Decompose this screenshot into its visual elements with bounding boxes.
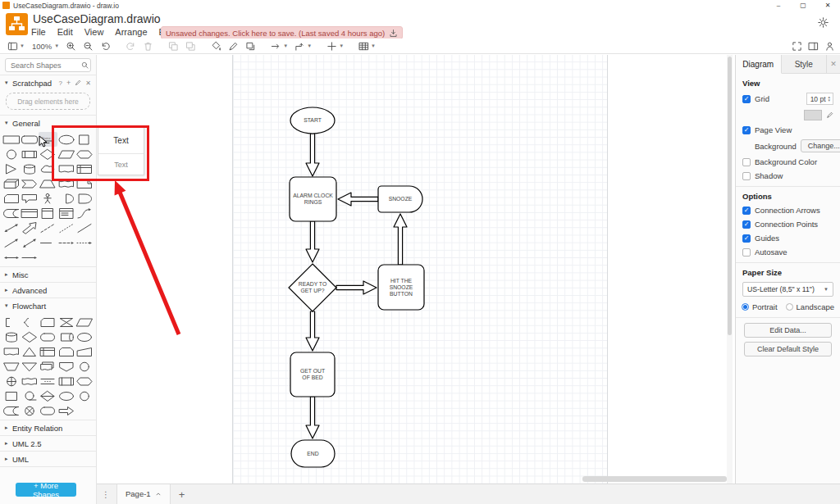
zoom-level-dropdown[interactable]: 100%▼ <box>29 39 62 52</box>
shape-fc-card[interactable] <box>39 315 57 329</box>
shape-data-storage[interactable] <box>2 206 21 220</box>
shape-vertical-container[interactable] <box>39 206 57 220</box>
insert-icon[interactable]: ▼ <box>324 39 346 52</box>
section-uml25[interactable]: ▸ UML 2.5 <box>0 436 96 451</box>
shape-arrow-line[interactable] <box>2 235 21 250</box>
page-view-checkbox[interactable]: ✓ <box>742 126 751 134</box>
shape-fc-decision[interactable] <box>21 329 39 344</box>
shape-fc-manual-op[interactable] <box>2 359 21 374</box>
shape-rectangle[interactable] <box>2 132 21 147</box>
pages-menu-icon[interactable]: ⋮ <box>102 490 110 499</box>
search-input[interactable] <box>9 61 81 70</box>
section-uml[interactable]: ▸ UML <box>0 452 96 466</box>
shape-cube[interactable] <box>2 176 21 191</box>
paper-size-select[interactable]: US-Letter (8,5" x 11") ▼ <box>742 282 833 297</box>
grid-color-swatch[interactable] <box>804 110 822 120</box>
shape-fc-or[interactable] <box>2 374 21 388</box>
tab-style[interactable]: Style <box>782 55 828 73</box>
scratchpad-drop-area[interactable]: Drag elements here <box>6 93 90 110</box>
edit-icon[interactable] <box>75 79 81 86</box>
search-icon[interactable] <box>81 61 89 69</box>
node-end[interactable]: END <box>291 440 335 467</box>
shape-cloud[interactable] <box>39 161 57 176</box>
undo-icon[interactable] <box>98 39 113 52</box>
add-page-icon[interactable]: + <box>179 488 185 501</box>
fullscreen-icon[interactable] <box>792 41 802 52</box>
grid-size-stepper[interactable]: 10 pt ▲▼ <box>806 93 833 105</box>
shape-container[interactable] <box>21 206 39 220</box>
landscape-radio[interactable] <box>786 303 793 311</box>
shape-diamond[interactable] <box>39 147 57 161</box>
shape-fc-terminator[interactable] <box>39 403 57 418</box>
share-icon[interactable] <box>824 41 835 52</box>
shape-fc-direct-data[interactable] <box>39 329 57 344</box>
search-shapes-box[interactable] <box>5 58 91 72</box>
shape-fc-internal[interactable] <box>39 344 57 359</box>
background-color-checkbox[interactable] <box>742 158 751 166</box>
shape-double-arrow-edge[interactable] <box>2 250 21 265</box>
shape-fc-preparation[interactable] <box>75 374 94 388</box>
shape-fc-connector[interactable] <box>75 359 94 374</box>
shape-arrow-edge[interactable] <box>21 250 39 265</box>
menu-edit[interactable]: Edit <box>57 27 73 37</box>
guides-checkbox[interactable]: ✓ <box>742 234 751 243</box>
flow-arrow-4[interactable] <box>306 221 319 262</box>
shape-document[interactable] <box>57 161 75 176</box>
shape-callout[interactable] <box>21 191 39 206</box>
shape-fc-circle[interactable] <box>75 388 94 403</box>
shape-fc-predefined[interactable] <box>57 374 75 388</box>
edit-style-icon[interactable] <box>226 39 241 52</box>
shape-dotted-line[interactable] <box>57 220 75 235</box>
shape-fc-sequential[interactable] <box>21 388 39 403</box>
shape-parallelogram[interactable] <box>57 147 75 161</box>
close-icon[interactable]: ✕ <box>85 79 91 87</box>
connection-arrows-checkbox[interactable]: ✓ <box>742 207 751 215</box>
shape-circle[interactable] <box>2 147 21 161</box>
shape-diagonal-arrow[interactable] <box>21 220 39 235</box>
table-icon[interactable]: ▼ <box>356 39 378 52</box>
node-start[interactable]: START <box>290 107 335 134</box>
edit-color-pencil-icon[interactable] <box>826 111 833 119</box>
shape-note[interactable] <box>75 176 94 191</box>
menu-arrange[interactable]: Arrange <box>115 27 147 37</box>
waypoint-style-icon[interactable]: ▼ <box>292 39 314 52</box>
shape-hexagon[interactable] <box>75 147 94 161</box>
close-button[interactable]: ✕ <box>815 0 840 11</box>
shape-fc-manual-input[interactable] <box>75 344 94 359</box>
menu-view[interactable]: View <box>84 27 104 37</box>
shadow-icon[interactable] <box>243 39 258 52</box>
flow-arrow-1[interactable] <box>306 134 319 176</box>
section-flowchart[interactable]: ▾ Flowchart <box>0 298 96 313</box>
shape-cylinder[interactable] <box>21 161 39 176</box>
shape-fc-collate[interactable] <box>57 315 75 329</box>
shape-fc-tape[interactable] <box>21 374 39 388</box>
shape-process[interactable] <box>21 147 39 161</box>
menu-file[interactable]: File <box>31 27 46 37</box>
flow-arrow-2[interactable] <box>338 193 378 206</box>
shape-fc-merge[interactable] <box>21 359 39 374</box>
theme-toggle-sun-icon[interactable] <box>818 17 829 28</box>
shape-card[interactable] <box>2 191 21 206</box>
shape-curve[interactable] <box>75 206 94 220</box>
shape-fc-brace[interactable] <box>21 315 39 329</box>
page-tab[interactable]: Page-1 <box>116 484 171 504</box>
grid-checkbox[interactable]: ✓ <box>742 95 751 103</box>
close-icon[interactable]: ✕ <box>827 55 840 73</box>
help-icon[interactable]: ? <box>59 79 62 87</box>
unsaved-changes-banner[interactable]: Unsaved changes. Click here to save. (La… <box>161 26 403 39</box>
zoom-in-icon[interactable] <box>63 39 79 52</box>
add-icon[interactable]: + <box>66 79 71 87</box>
shape-text[interactable]: Name <box>39 132 57 147</box>
shape-bidirectional-arrow[interactable] <box>2 220 21 235</box>
flowchart-drawing[interactable]: STARTALARM CLOCKRINGSSNOOZEREADY TOGET U… <box>97 55 733 484</box>
shape-fc-loop-limit[interactable] <box>57 344 75 359</box>
shape-fc-document[interactable] <box>2 344 21 359</box>
shape-step[interactable] <box>21 176 39 191</box>
shape-fc-extract[interactable] <box>21 344 39 359</box>
shape-line[interactable] <box>75 220 94 235</box>
node-ready[interactable]: READY TOGET UP? <box>289 264 336 311</box>
shape-fc-parallel[interactable] <box>39 374 57 388</box>
shape-dashed-edge[interactable] <box>57 235 75 250</box>
view-panels-icon[interactable]: ▼ <box>5 39 27 52</box>
diagram-canvas[interactable]: STARTALARM CLOCKRINGSSNOOZEREADY TOGET U… <box>97 55 733 484</box>
